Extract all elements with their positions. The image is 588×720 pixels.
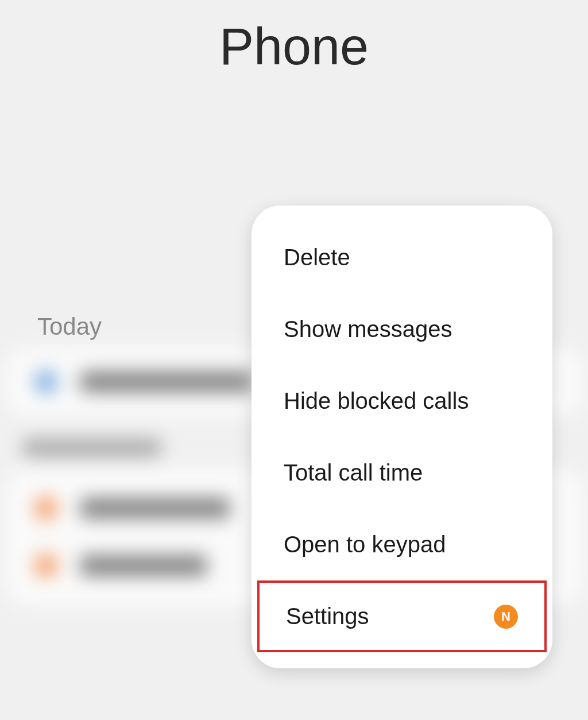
call-type-icon [34, 370, 57, 393]
section-today-label: Today [37, 313, 102, 340]
menu-item-label: Delete [284, 245, 350, 270]
new-badge-icon: N [494, 605, 518, 629]
menu-item-label: Total call time [284, 460, 423, 486]
menu-item-open-to-keypad[interactable]: Open to keypad [252, 509, 552, 580]
redacted-number [80, 498, 230, 518]
redacted-date [23, 439, 161, 456]
menu-item-label: Settings [286, 603, 369, 629]
overflow-menu: Delete Show messages Hide blocked calls … [252, 206, 552, 668]
menu-item-label: Open to keypad [284, 532, 446, 558]
page-title: Phone [219, 17, 369, 76]
menu-item-hide-blocked-calls[interactable]: Hide blocked calls [252, 365, 552, 437]
menu-item-label: Hide blocked calls [284, 388, 469, 414]
menu-item-delete[interactable]: Delete [252, 222, 552, 293]
menu-item-total-call-time[interactable]: Total call time [252, 437, 552, 509]
menu-item-label: Show messages [284, 316, 452, 342]
menu-item-show-messages[interactable]: Show messages [252, 293, 552, 365]
call-type-icon [34, 497, 57, 520]
menu-item-settings[interactable]: Settings N [257, 580, 547, 652]
redacted-number [80, 555, 207, 576]
call-type-icon [34, 554, 57, 577]
redacted-number [80, 371, 253, 392]
